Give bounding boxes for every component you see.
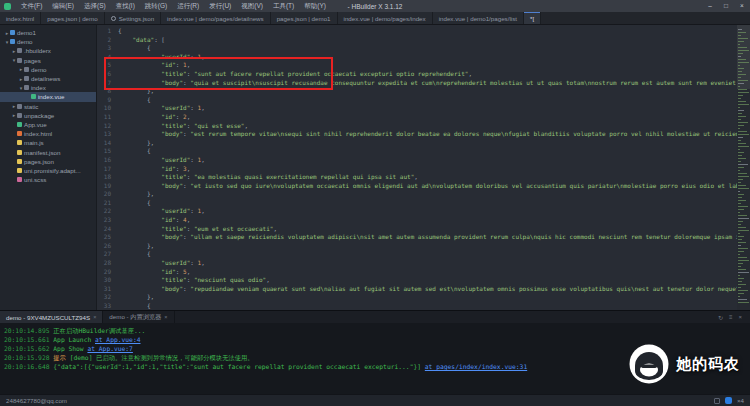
menu-item-0[interactable]: 文件(F): [16, 0, 47, 12]
code-line[interactable]: "title": "qui est esse",: [118, 122, 737, 131]
close-button[interactable]: ×: [734, 0, 750, 12]
status-bar: 2484627780@qq.com ×4: [0, 394, 750, 406]
code-line[interactable]: "title": "nesciunt quas odio",: [118, 276, 737, 285]
code-line[interactable]: {: [118, 27, 737, 36]
minimize-button[interactable]: –: [702, 0, 718, 12]
tree-item-index-vue[interactable]: index.vue: [0, 92, 96, 101]
editor-tab-2[interactable]: Settings.json: [105, 12, 161, 24]
layout-grid-icon[interactable]: [714, 398, 720, 404]
tree-item-index[interactable]: ▾index: [0, 83, 96, 92]
account-email[interactable]: 2484627780@qq.com: [6, 397, 67, 404]
minimap-mark: [738, 107, 740, 108]
console-tab-0[interactable]: demo - 9XV4MZUSCULTZ94S×: [0, 311, 103, 323]
code-area[interactable]: { "data": [ { "userId": 1, "id": 1, "tit…: [114, 25, 737, 310]
menu-item-2[interactable]: 选择(S): [79, 0, 111, 12]
code-line[interactable]: },: [118, 242, 737, 251]
minimap[interactable]: [737, 25, 750, 310]
tab-label: pages.json | demo1: [277, 15, 331, 22]
tree-item-index-html[interactable]: index.html: [0, 129, 96, 138]
code-line[interactable]: "userId": 1,: [118, 156, 737, 165]
code-line[interactable]: {: [118, 199, 737, 208]
tree-item-main-js[interactable]: main.js: [0, 138, 96, 147]
code-line[interactable]: "body": "est rerum tempore vitae\nsequi …: [118, 130, 737, 139]
tree-item-unpackage[interactable]: ▸unpackage: [0, 111, 96, 120]
code-line[interactable]: "data": [: [118, 36, 737, 45]
editor-tab-5[interactable]: index.vue | demo/pages/index: [338, 12, 433, 24]
refresh-icon[interactable]: ↻: [718, 314, 723, 321]
code-line[interactable]: "id": 2,: [118, 113, 737, 122]
tree-item-demo[interactable]: ▸demo: [0, 65, 96, 74]
code-line[interactable]: {: [118, 96, 737, 105]
minimap-mark: [738, 122, 748, 123]
tree-item-demo1[interactable]: ▸demo1: [0, 28, 96, 37]
tree-item-app-vue[interactable]: App.vue: [0, 120, 96, 129]
code-line[interactable]: },: [118, 190, 737, 199]
minimap-mark: [738, 116, 746, 117]
code-line[interactable]: "userId": 1,: [118, 53, 737, 62]
menu-icon[interactable]: ≡: [729, 314, 733, 320]
tree-item-static[interactable]: ▸static: [0, 102, 96, 111]
code-line[interactable]: {: [118, 44, 737, 53]
tree-item-pages[interactable]: ▾pages: [0, 56, 96, 65]
menu-item-3[interactable]: 查找(I): [111, 0, 140, 12]
editor-tab-1[interactable]: pages.json | demo: [41, 12, 104, 24]
close-icon[interactable]: ×: [738, 314, 742, 320]
editor-tab-6[interactable]: index.vue | demo1/pages/list: [433, 12, 524, 24]
app-badge-icon[interactable]: [725, 397, 732, 404]
code-line[interactable]: "title": "ea molestias quasi exercitatio…: [118, 173, 737, 182]
menu-item-5[interactable]: 运行(R): [172, 0, 204, 12]
code-line[interactable]: "body": "et iusto sed quo iure\nvoluptat…: [118, 182, 737, 191]
tree-item-uni-promisify-adapt-[interactable]: uni.promisify.adapt...: [0, 166, 96, 175]
folder-file-icon: [17, 104, 22, 109]
source-link[interactable]: at App.vue:7: [87, 345, 133, 352]
tree-item-manifest-json[interactable]: manifest.json: [0, 147, 96, 156]
editor-tab-7[interactable]: *[: [524, 12, 541, 24]
main-area: ▸demo1▾demo▸.hbuilderx▾pages▸demo▸detail…: [0, 25, 750, 310]
menu-item-6[interactable]: 发行(U): [204, 0, 236, 12]
minimap-mark: [738, 251, 744, 252]
code-line[interactable]: "id": 1,: [118, 61, 737, 70]
tree-item--hbuilderx[interactable]: ▸.hbuilderx: [0, 46, 96, 55]
code-line[interactable]: "userId": 1,: [118, 207, 737, 216]
code-line[interactable]: "body": "ullam et saepe reiciendis volup…: [118, 233, 737, 242]
console-tab-1[interactable]: demo - 内置浏览器×: [103, 311, 174, 323]
minimap-mark: [738, 131, 747, 132]
menu-item-9[interactable]: 帮助(Y): [299, 0, 331, 12]
code-line[interactable]: },: [118, 139, 737, 148]
minimap-mark: [738, 176, 749, 177]
code-line[interactable]: },: [118, 293, 737, 302]
code-line[interactable]: "body": "repudiandae veniam quaerat sunt…: [118, 285, 737, 294]
editor-tab-0[interactable]: index.html: [0, 12, 41, 24]
source-link[interactable]: at pages/index/index.vue:31: [425, 363, 527, 370]
line-number: 27: [97, 250, 111, 259]
close-icon[interactable]: ×: [164, 314, 167, 320]
source-link[interactable]: at App.vue:4: [95, 336, 141, 343]
code-line[interactable]: "id": 4,: [118, 216, 737, 225]
tree-item-uni-scss[interactable]: uni.scss: [0, 175, 96, 184]
menu-item-4[interactable]: 跳转(G): [140, 0, 172, 12]
code-line[interactable]: {: [118, 302, 737, 310]
code-line[interactable]: "userId": 1,: [118, 259, 737, 268]
editor-tab-4[interactable]: pages.json | demo1: [271, 12, 338, 24]
tree-item-demo[interactable]: ▾demo: [0, 37, 96, 46]
code-line[interactable]: },: [118, 87, 737, 96]
tree-item-label: uni.promisify.adapt...: [24, 167, 81, 174]
code-line[interactable]: {: [118, 147, 737, 156]
code-line[interactable]: "title": "eum et est occaecati",: [118, 225, 737, 234]
close-icon[interactable]: ×: [93, 314, 96, 320]
maximize-button[interactable]: □: [718, 0, 734, 12]
code-line[interactable]: "title": "sunt aut facere repellat provi…: [118, 70, 737, 79]
menu-item-1[interactable]: 编辑(E): [47, 0, 79, 12]
tree-item-pages-json[interactable]: pages.json: [0, 157, 96, 166]
notification-count[interactable]: ×4: [737, 397, 744, 404]
code-line[interactable]: {: [118, 250, 737, 259]
tree-item-detailnews[interactable]: ▸detailnews: [0, 74, 96, 83]
code-line[interactable]: "body": "quia et suscipit\nsuscipit recu…: [118, 79, 737, 88]
menu-item-8[interactable]: 工具(T): [268, 0, 299, 12]
editor-pane[interactable]: 1234567891011121314151617181920212223242…: [97, 25, 750, 310]
menu-item-7[interactable]: 视图(V): [236, 0, 268, 12]
code-line[interactable]: "id": 3,: [118, 165, 737, 174]
editor-tab-3[interactable]: index.vue | demo/pages/detailnews: [161, 12, 271, 24]
code-line[interactable]: "userId": 1,: [118, 104, 737, 113]
code-line[interactable]: "id": 5,: [118, 268, 737, 277]
